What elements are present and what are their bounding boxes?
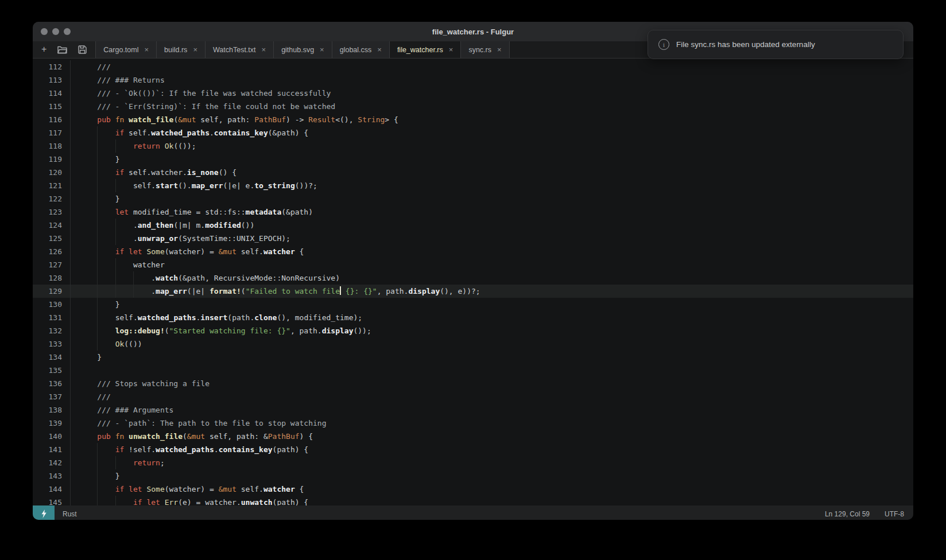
- save-icon[interactable]: [78, 45, 87, 54]
- code-line-142[interactable]: 142 return;: [33, 456, 913, 469]
- zoom-window-button[interactable]: [64, 28, 71, 35]
- code-line-117[interactable]: 117 if self.watched_paths.contains_key(&…: [33, 126, 913, 139]
- code-line-143[interactable]: 143 }: [33, 469, 913, 483]
- code-line-125[interactable]: 125 .unwrap_or(SystemTime::UNIX_EPOCH);: [33, 232, 913, 245]
- app-window: file_watcher.rs - Fulgur + Cargo.toml×bu…: [33, 22, 913, 520]
- tab-Cargo-toml[interactable]: Cargo.toml×: [96, 41, 157, 58]
- indent-guide: [115, 258, 116, 271]
- line-number: 145: [33, 496, 71, 505]
- indent-guide: [97, 139, 98, 153]
- tab-label: WatchTest.txt: [213, 46, 256, 54]
- code-line-114[interactable]: 114 /// - `Ok(())`: If the file was watc…: [33, 87, 913, 100]
- close-window-button[interactable]: [41, 28, 48, 35]
- code-line-132[interactable]: 132 log::debug!("Started watching file: …: [33, 324, 913, 337]
- line-number: 129: [33, 285, 71, 298]
- code-editor[interactable]: 112 ///113 /// ### Returns114 /// - `Ok(…: [33, 59, 913, 505]
- indent-guide: [115, 456, 116, 469]
- code-line-112[interactable]: 112 ///: [33, 60, 913, 73]
- code-line-144[interactable]: 144 if let Some(watcher) = &mut self.wat…: [33, 483, 913, 496]
- code-line-134[interactable]: 134 }: [33, 351, 913, 364]
- tab-label: build.rs: [164, 46, 187, 54]
- line-number: 144: [33, 483, 71, 496]
- line-content: .watch(&path, RecursiveMode::NonRecursiv…: [79, 271, 340, 285]
- tab-github-svg[interactable]: github.svg×: [274, 41, 332, 58]
- close-tab-icon[interactable]: ×: [377, 46, 382, 53]
- code-line-135[interactable]: 135: [33, 364, 913, 377]
- code-line-121[interactable]: 121 self.start().map_err(|e| e.to_string…: [33, 179, 913, 192]
- notification-toast[interactable]: i File sync.rs has been updated external…: [648, 30, 904, 59]
- line-content: pub fn watch_file(&mut self, path: PathB…: [79, 113, 398, 126]
- open-folder-icon[interactable]: [57, 46, 67, 54]
- code-line-116[interactable]: 116 pub fn watch_file(&mut self, path: P…: [33, 113, 913, 126]
- code-line-126[interactable]: 126 if let Some(watcher) = &mut self.wat…: [33, 245, 913, 258]
- indent-guide: [133, 285, 134, 298]
- line-number: 139: [33, 417, 71, 430]
- line-content: ///: [79, 60, 111, 73]
- new-tab-icon[interactable]: +: [41, 45, 46, 54]
- code-line-115[interactable]: 115 /// - `Err(String)`: If the file cou…: [33, 100, 913, 113]
- line-content: watcher: [79, 258, 165, 271]
- line-number: 124: [33, 219, 71, 232]
- code-line-139[interactable]: 139 /// - `path`: The path to the file t…: [33, 417, 913, 430]
- code-line-130[interactable]: 130 }: [33, 298, 913, 311]
- line-number: 142: [33, 456, 71, 469]
- code-line-123[interactable]: 123 let modified_time = std::fs::metadat…: [33, 205, 913, 219]
- code-line-136[interactable]: 136 /// Stops watching a file: [33, 377, 913, 390]
- code-line-141[interactable]: 141 if !self.watched_paths.contains_key(…: [33, 443, 913, 456]
- line-number: 118: [33, 139, 71, 153]
- code-line-120[interactable]: 120 if self.watcher.is_none() {: [33, 166, 913, 179]
- traffic-lights: [41, 28, 71, 35]
- line-number: 121: [33, 179, 71, 192]
- close-tab-icon[interactable]: ×: [320, 46, 324, 53]
- line-number: 114: [33, 87, 71, 100]
- code-line-140[interactable]: 140 pub fn unwatch_file(&mut self, path:…: [33, 430, 913, 443]
- code-line-129[interactable]: 129 .map_err(|e| format!("Failed to watc…: [33, 285, 913, 298]
- code-line-124[interactable]: 124 .and_then(|m| m.modified()): [33, 219, 913, 232]
- line-content: if self.watched_paths.contains_key(&path…: [79, 126, 308, 139]
- code-line-122[interactable]: 122 }: [33, 192, 913, 205]
- code-line-138[interactable]: 138 /// ### Arguments: [33, 403, 913, 417]
- line-content: if self.watcher.is_none() {: [79, 166, 236, 179]
- indent-guide: [133, 271, 134, 285]
- code-line-113[interactable]: 113 /// ### Returns: [33, 73, 913, 87]
- code-line-131[interactable]: 131 self.watched_paths.insert(path.clone…: [33, 311, 913, 324]
- encoding-indicator[interactable]: UTF-8: [885, 510, 904, 518]
- line-number: 128: [33, 271, 71, 285]
- indent-guide: [97, 483, 98, 496]
- tab-sync-rs[interactable]: sync.rs×: [461, 41, 509, 58]
- indent-guide: [97, 311, 98, 324]
- line-number: 119: [33, 153, 71, 166]
- close-tab-icon[interactable]: ×: [497, 46, 502, 53]
- close-tab-icon[interactable]: ×: [449, 46, 453, 53]
- tab-global-css[interactable]: global.css×: [332, 41, 390, 58]
- line-number: 126: [33, 245, 71, 258]
- tab-build-rs[interactable]: build.rs×: [157, 41, 206, 58]
- tab-WatchTest-txt[interactable]: WatchTest.txt×: [206, 41, 274, 58]
- tab-label: sync.rs: [468, 46, 491, 54]
- code-line-128[interactable]: 128 .watch(&path, RecursiveMode::NonRecu…: [33, 271, 913, 285]
- close-tab-icon[interactable]: ×: [193, 46, 197, 53]
- minimize-window-button[interactable]: [52, 28, 59, 35]
- line-content: self.start().map_err(|e| e.to_string())?…: [79, 179, 317, 192]
- close-tab-icon[interactable]: ×: [144, 46, 149, 53]
- indent-guide: [115, 496, 116, 505]
- language-indicator[interactable]: Rust: [63, 510, 77, 518]
- status-bar-right: Ln 129, Col 59 UTF-8: [825, 510, 913, 518]
- code-line-137[interactable]: 137 ///: [33, 390, 913, 403]
- code-line-119[interactable]: 119 }: [33, 153, 913, 166]
- line-content: if let Some(watcher) = &mut self.watcher…: [79, 483, 304, 496]
- indent-guide: [115, 271, 116, 285]
- line-number: 113: [33, 73, 71, 87]
- line-number: 117: [33, 126, 71, 139]
- cursor-position[interactable]: Ln 129, Col 59: [825, 510, 870, 518]
- code-line-133[interactable]: 133 Ok(()): [33, 337, 913, 351]
- close-tab-icon[interactable]: ×: [262, 46, 266, 53]
- line-number: 138: [33, 403, 71, 417]
- toast-message: File sync.rs has been updated externally: [676, 40, 815, 49]
- line-number: 137: [33, 390, 71, 403]
- code-line-118[interactable]: 118 return Ok(());: [33, 139, 913, 153]
- tab-file_watcher-rs[interactable]: file_watcher.rs×: [390, 41, 462, 58]
- code-line-145[interactable]: 145 if let Err(e) = watcher.unwatch(path…: [33, 496, 913, 505]
- code-line-127[interactable]: 127 watcher: [33, 258, 913, 271]
- indent-guide: [97, 232, 98, 245]
